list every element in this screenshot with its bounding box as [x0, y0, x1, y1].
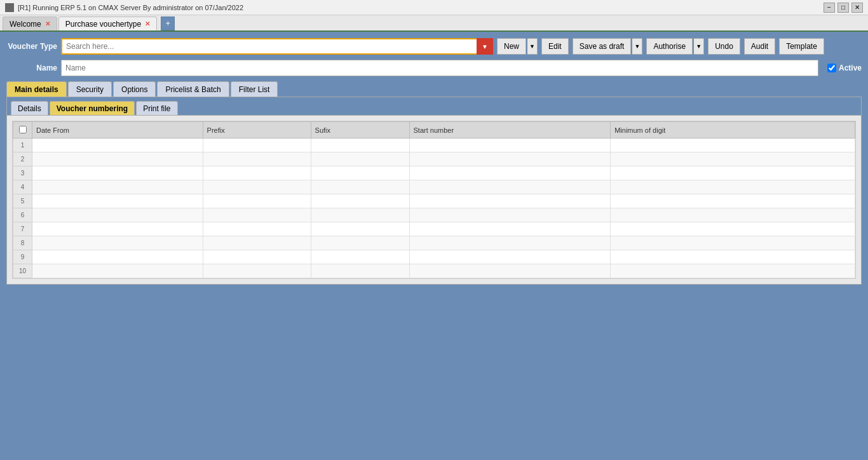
save-as-draft-button[interactable]: Save as draft — [573, 38, 632, 55]
add-tab-button[interactable]: + — [161, 17, 175, 30]
sub-tab-voucher-numbering[interactable]: Voucher numbering — [50, 101, 135, 115]
title-text: [R1] Running ERP 5.1 on CMAX Server By a… — [18, 4, 243, 11]
row-1-start-number[interactable] — [409, 152, 611, 166]
active-checkbox[interactable] — [827, 64, 836, 72]
row-0-date-from[interactable] — [32, 139, 203, 152]
tab-welcome-label: Welcome — [10, 20, 41, 29]
table-row: 7 — [13, 222, 855, 236]
voucher-type-label: Voucher Type — [6, 42, 57, 51]
row-3-start-number[interactable] — [409, 180, 611, 194]
row-9-date-from[interactable] — [32, 264, 203, 278]
row-1-date-from[interactable] — [32, 152, 203, 166]
tab-pricelist-batch[interactable]: Pricelist & Batch — [157, 81, 229, 97]
grid-wrapper: Date From Prefix Sufix Start number Mini… — [12, 121, 856, 279]
tab-security[interactable]: Security — [68, 81, 112, 97]
tab-filter-list[interactable]: Filter List — [231, 81, 278, 97]
row-2-sufix[interactable] — [311, 166, 409, 180]
col-date-from: Date From — [32, 122, 203, 139]
tab-welcome[interactable]: Welcome ✕ — [3, 17, 57, 30]
row-4-date-from[interactable] — [32, 194, 203, 208]
new-button-group: New ▼ — [497, 38, 538, 55]
row-3-minimum-of-digit[interactable] — [611, 180, 855, 194]
sub-tab-details[interactable]: Details — [11, 101, 48, 115]
row-5-sufix[interactable] — [311, 208, 409, 222]
row-3-date-from[interactable] — [32, 180, 203, 194]
minimize-button[interactable]: − — [824, 3, 835, 13]
new-button[interactable]: New — [497, 38, 526, 55]
name-label: Name — [6, 64, 57, 72]
tab-filter-list-label: Filter List — [239, 85, 270, 94]
row-6-date-from[interactable] — [32, 222, 203, 236]
row-4-sufix[interactable] — [311, 194, 409, 208]
row-num-7: 7 — [13, 222, 32, 236]
authorise-button[interactable]: Authorise — [646, 38, 693, 55]
maximize-button[interactable]: □ — [837, 3, 849, 13]
row-5-start-number[interactable] — [409, 208, 611, 222]
row-6-sufix[interactable] — [311, 222, 409, 236]
authorise-button-group: Authorise ▼ — [646, 38, 704, 55]
edit-button[interactable]: Edit — [541, 38, 569, 55]
row-4-prefix[interactable] — [203, 194, 311, 208]
undo-button[interactable]: Undo — [708, 38, 740, 55]
tab-options[interactable]: Options — [113, 81, 156, 97]
audit-button[interactable]: Audit — [744, 38, 775, 55]
grid-container: Date From Prefix Sufix Start number Mini… — [7, 116, 861, 284]
row-7-date-from[interactable] — [32, 236, 203, 250]
authorise-dropdown-button[interactable]: ▼ — [694, 38, 704, 55]
row-4-start-number[interactable] — [409, 194, 611, 208]
row-5-date-from[interactable] — [32, 208, 203, 222]
search-dropdown-button[interactable] — [477, 38, 493, 55]
row-1-sufix[interactable] — [311, 152, 409, 166]
row-0-minimum-of-digit[interactable] — [611, 139, 855, 152]
window-controls: − □ ✕ — [824, 3, 863, 13]
row-num-4: 4 — [13, 180, 32, 194]
row-6-minimum-of-digit[interactable] — [611, 222, 855, 236]
row-7-prefix[interactable] — [203, 236, 311, 250]
main-content: Voucher Type New ▼ Edit Save as draft ▼ … — [0, 32, 868, 460]
tab-main-details[interactable]: Main details — [6, 81, 67, 97]
row-7-minimum-of-digit[interactable] — [611, 236, 855, 250]
row-1-minimum-of-digit[interactable] — [611, 152, 855, 166]
sub-tab-print-file-label: Print file — [143, 104, 170, 113]
row-9-minimum-of-digit[interactable] — [611, 264, 855, 278]
row-2-date-from[interactable] — [32, 166, 203, 180]
row-9-prefix[interactable] — [203, 264, 311, 278]
tab-welcome-close[interactable]: ✕ — [45, 20, 50, 27]
row-0-prefix[interactable] — [203, 139, 311, 152]
row-8-minimum-of-digit[interactable] — [611, 250, 855, 264]
select-all-checkbox[interactable] — [19, 126, 27, 133]
app-icon — [5, 3, 14, 12]
template-button[interactable]: Template — [779, 38, 824, 55]
sub-tab-print-file[interactable]: Print file — [136, 101, 177, 115]
row-2-minimum-of-digit[interactable] — [611, 166, 855, 180]
row-2-prefix[interactable] — [203, 166, 311, 180]
row-2-start-number[interactable] — [409, 166, 611, 180]
row-7-start-number[interactable] — [409, 236, 611, 250]
row-1-prefix[interactable] — [203, 152, 311, 166]
row-8-prefix[interactable] — [203, 250, 311, 264]
row-3-sufix[interactable] — [311, 180, 409, 194]
save-as-draft-dropdown-button[interactable]: ▼ — [632, 38, 642, 55]
row-7-sufix[interactable] — [311, 236, 409, 250]
row-5-minimum-of-digit[interactable] — [611, 208, 855, 222]
row-4-minimum-of-digit[interactable] — [611, 194, 855, 208]
row-0-sufix[interactable] — [311, 139, 409, 152]
name-input[interactable] — [61, 60, 818, 76]
row-9-sufix[interactable] — [311, 264, 409, 278]
row-9-start-number[interactable] — [409, 264, 611, 278]
row-0-start-number[interactable] — [409, 139, 611, 152]
tab-purchase-vouchertype-label: Purchase vouchertype — [65, 20, 141, 29]
close-button[interactable]: ✕ — [851, 3, 863, 13]
tab-purchase-vouchertype[interactable]: Purchase vouchertype ✕ — [58, 17, 157, 30]
table-row: 1 — [13, 139, 855, 152]
row-6-start-number[interactable] — [409, 222, 611, 236]
row-8-sufix[interactable] — [311, 250, 409, 264]
row-8-date-from[interactable] — [32, 250, 203, 264]
row-5-prefix[interactable] — [203, 208, 311, 222]
row-6-prefix[interactable] — [203, 222, 311, 236]
voucher-type-search-input[interactable] — [61, 38, 493, 55]
row-3-prefix[interactable] — [203, 180, 311, 194]
tab-purchase-vouchertype-close[interactable]: ✕ — [145, 20, 150, 27]
row-8-start-number[interactable] — [409, 250, 611, 264]
new-dropdown-button[interactable]: ▼ — [527, 38, 538, 55]
